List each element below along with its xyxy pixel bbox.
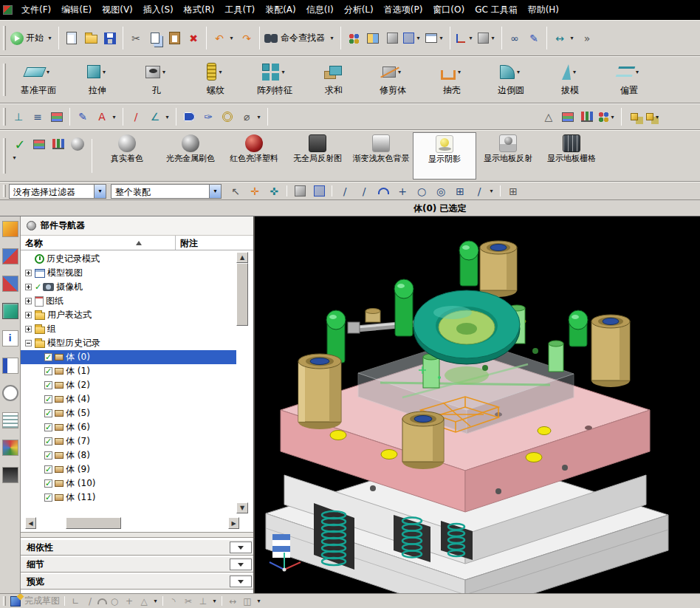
delete-button[interactable]: ✖ [184,28,203,49]
select-face-button[interactable]: ✜ [264,182,284,200]
grid-toggle-button[interactable]: ⊞ [504,182,523,200]
circle-center-tool-button[interactable]: ◎ [431,182,450,200]
window-button[interactable]: ▾ [424,28,447,49]
column-header-note[interactable]: 附注 [176,236,255,250]
tree-row-user-expressions[interactable]: 用户表达式 [21,308,236,322]
chevron-down-icon[interactable]: ▾ [414,35,422,41]
shaded-display-button[interactable] [382,28,402,49]
collapse-minus-icon[interactable] [25,340,32,346]
chevron-down-icon[interactable]: ▾ [46,35,54,41]
scroll-up-arrow[interactable]: ▲ [236,252,248,263]
chevron-down-icon[interactable]: ▾ [163,114,171,120]
layer-settings-button[interactable]: ≡ [28,106,47,127]
constraint-navigator-icon[interactable] [2,248,18,264]
info-icon[interactable]: i [2,330,18,346]
tree-row-drawing[interactable]: 图纸 [21,294,236,308]
measure-angle-button[interactable]: ∠▾ [145,106,173,127]
assembly-navigator-icon[interactable] [2,221,18,237]
spring-tool-button[interactable] [218,106,237,127]
section-details[interactable]: 细节 [21,556,255,573]
expression-table-button[interactable] [47,106,66,127]
red-glossy-plastic-button[interactable]: 红色亮泽塑料 [222,132,286,180]
column-header-name[interactable]: 名称 [21,236,176,250]
snapshot-button[interactable]: ∞ [505,28,524,49]
chevron-down-icon[interactable]: ▾ [160,69,168,75]
save-button[interactable] [100,28,120,49]
tree-row-body-7[interactable]: 体 (7) [21,434,236,448]
checkbox-checked[interactable] [44,395,52,403]
start-button[interactable]: 开始 ▾ [9,28,55,49]
wireframe-display-button[interactable]: ▾ [402,28,424,49]
new-file-button[interactable] [62,28,81,49]
measure-distance-button[interactable]: / [126,106,145,127]
point-tool-button[interactable]: + [393,182,412,200]
tree-row-model-views[interactable]: 模型视图 [21,266,236,280]
tree-row-body-1[interactable]: 体 (1) [21,364,236,378]
polygon-icon[interactable]: △ [137,596,151,607]
shell-button[interactable]: ▾ 抽壳 [422,58,481,101]
wcs-orient-button[interactable]: ▾ [453,28,476,49]
tree-row-model-history[interactable]: 模型历史记录 [21,336,236,350]
window-layout-button[interactable] [363,28,382,49]
expand-plus-icon[interactable] [25,326,32,332]
chevron-down-icon[interactable]: ▾ [209,185,221,198]
constraint-icon[interactable]: ⊥ [196,596,210,607]
undo-button[interactable]: ↶▾ [210,28,237,49]
chevron-down-icon[interactable]: ▾ [216,69,224,75]
hole-button[interactable]: ▾ 孔 [127,58,186,101]
checkbox-checked[interactable] [44,409,52,417]
scrollbar-thumb[interactable] [66,517,121,529]
line-tool-button[interactable]: / [335,182,354,200]
style-table-button[interactable] [30,134,49,154]
chevron-down-icon[interactable]: ▾ [227,35,236,41]
redo-button[interactable]: ↷ [237,28,256,49]
chevron-down-icon[interactable]: ▾ [608,114,617,120]
wireframe-view-button[interactable] [309,182,329,200]
list-panel-icon[interactable] [2,412,18,428]
checkbox-checked[interactable] [44,465,52,474]
analysis-chart-button[interactable] [577,106,597,127]
expand-plus-icon[interactable] [25,284,32,290]
chevron-down-icon[interactable]: ▾ [94,185,106,198]
menu-item-tools[interactable]: 工具(T) [219,1,260,18]
measure-button[interactable]: ↔▾ [550,28,577,49]
chevron-down-icon[interactable] [230,575,252,587]
datum-plane-button[interactable]: ▾ 基准平面 [9,58,68,101]
toolbar-grip[interactable] [3,64,6,95]
toolbar-grip[interactable] [3,596,6,606]
scale-button[interactable]: ⌀▾ [237,106,264,127]
snap-point-button[interactable]: ↖ [226,182,245,200]
notebook-icon[interactable] [2,358,18,374]
point-icon[interactable]: + [122,596,137,607]
chevron-down-icon[interactable] [230,559,252,570]
true-shading-button[interactable]: 真实着色 [95,132,159,180]
chevron-down-icon[interactable]: ▾ [515,69,523,75]
expand-plus-icon[interactable] [25,312,32,318]
checkbox-checked[interactable] [44,437,52,445]
part-navigator-icon[interactable] [2,303,18,319]
select-general-button[interactable]: ✛ [245,182,264,200]
graphics-window[interactable] [255,216,700,593]
datum-csys-button[interactable]: ⊥ [9,106,28,127]
chevron-down-icon[interactable]: ▾ [100,69,109,75]
menu-item-file[interactable]: 文件(F) [16,1,56,18]
menu-item-insert[interactable]: 插入(S) [138,1,179,18]
bodies-group-button[interactable] [625,106,644,127]
apply-button[interactable]: ✓ [10,134,30,154]
finish-sketch-button[interactable]: 完成草图 [9,595,61,608]
line-icon[interactable]: / [83,596,97,607]
chevron-down-icon[interactable]: ▾ [568,35,576,41]
datum-navigator-icon[interactable] [2,276,18,292]
toolbar-grip[interactable] [3,185,6,197]
annotate-button[interactable]: ✑ [199,106,218,127]
brushed-metal-button[interactable]: 光亮金属刷色 [159,132,222,180]
tree-row-body-8[interactable]: 体 (8) [21,448,236,462]
pattern-feature-button[interactable]: ▾ 阵列特征 [245,58,304,101]
chevron-down-icon[interactable]: ▾ [634,69,642,75]
edit-object-button[interactable]: ✎ [524,28,543,49]
scroll-down-arrow[interactable]: ▼ [236,502,248,513]
command-finder-button[interactable]: 命令查找器 ▾ [263,28,337,49]
chevron-down-icon[interactable]: ▾ [456,69,464,75]
triangle-mesh-button[interactable]: △ [539,106,558,127]
checkbox-checked[interactable] [44,493,52,502]
